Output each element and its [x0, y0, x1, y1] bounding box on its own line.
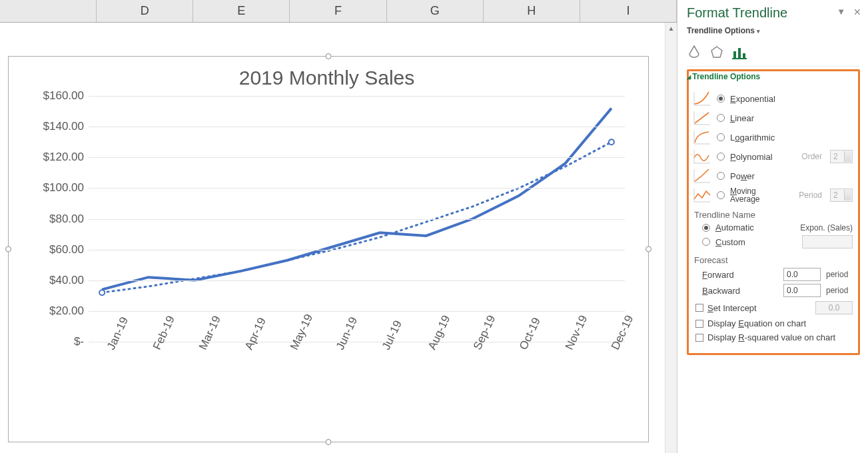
label-linear: Linear	[730, 113, 754, 123]
col-header-f[interactable]: F	[290, 0, 386, 22]
trendline-options-icon[interactable]	[732, 45, 747, 59]
label-logarithmic: Logarithmic	[730, 133, 775, 143]
chart-title[interactable]: 2019 Monthly Sales	[22, 67, 632, 89]
col-header-h[interactable]: H	[484, 0, 580, 22]
trend-endpoint-end	[609, 139, 614, 145]
y-axis-label: $160.00	[25, 89, 84, 103]
y-axis-label: $120.00	[25, 151, 84, 164]
radio-logarithmic[interactable]	[717, 133, 725, 141]
option-polynomial[interactable]: Polynomial Order 2	[693, 149, 853, 165]
linear-icon	[693, 110, 711, 126]
highlighted-options-box: Exponential Linear Logarithmic Polynomia…	[687, 69, 860, 355]
logarithmic-icon	[693, 129, 711, 145]
scroll-up-icon[interactable]: ▲	[666, 23, 677, 34]
name-automatic-row[interactable]: Automatic Expon. (Sales)	[702, 223, 853, 232]
label-exponential: Exponential	[730, 94, 775, 104]
svg-rect-2	[738, 48, 741, 58]
chart-object[interactable]: 2019 Monthly Sales $-$20.00$40.00$60.00$…	[8, 56, 649, 442]
column-headers: D E F G H I	[0, 0, 677, 23]
checkbox-equation[interactable]	[695, 320, 703, 328]
x-axis: Jan-19Feb-19Mar-19Apr-19May-19Jun-19Jul-…	[89, 342, 625, 409]
period-label: Period	[799, 191, 822, 200]
y-axis-label: $60.00	[25, 243, 84, 256]
exponential-icon	[693, 91, 711, 107]
worksheet-area: D E F G H I ▲ 2019 Monthly Sales $-$20.	[0, 0, 677, 453]
checkbox-rsquared[interactable]	[695, 334, 703, 342]
label-power: Power	[730, 171, 755, 181]
resize-handle-right[interactable]	[646, 246, 651, 252]
label-automatic: Automatic	[715, 223, 754, 232]
forecast-forward-row: Forward period	[702, 268, 853, 281]
option-power[interactable]: Power	[693, 168, 853, 184]
y-axis-label: $80.00	[25, 213, 84, 226]
label-equation: Display Equation on chart	[707, 318, 806, 328]
label-set-intercept: Set Intercept	[707, 303, 757, 313]
pane-menu-icon[interactable]: ▼	[837, 7, 845, 17]
display-equation-row[interactable]: Display Equation on chart	[695, 318, 853, 328]
forward-input[interactable]	[783, 268, 821, 281]
label-custom: Custom	[715, 237, 745, 247]
pane-category-icons	[687, 42, 860, 67]
backward-unit: period	[826, 286, 853, 295]
forecast-backward-row: Backward period	[702, 284, 853, 297]
plot-area[interactable]: $-$20.00$40.00$60.00$80.00$100.00$120.00…	[89, 96, 625, 342]
order-spinner[interactable]: 2	[830, 150, 853, 163]
y-axis-label: $20.00	[25, 304, 84, 318]
series-trendline[interactable]	[102, 142, 612, 292]
intercept-input[interactable]	[815, 301, 853, 314]
radio-name-automatic[interactable]	[702, 224, 710, 232]
backward-input[interactable]	[783, 284, 821, 297]
svg-rect-1	[733, 51, 736, 58]
resize-handle-top[interactable]	[326, 53, 332, 59]
radio-polynomial[interactable]	[717, 153, 725, 161]
custom-name-input[interactable]	[802, 235, 853, 248]
display-rsquared-row[interactable]: Display R-squared value on chart	[695, 332, 853, 342]
radio-linear[interactable]	[717, 114, 725, 122]
label-backward: Backward	[702, 286, 740, 296]
col-header-d[interactable]: D	[97, 0, 193, 22]
checkbox-set-intercept[interactable]	[695, 304, 703, 312]
automatic-name-value: Expon. (Sales)	[800, 223, 853, 232]
pane-title: Format Trendline	[687, 5, 860, 21]
y-axis-label: $-	[25, 335, 84, 348]
trendline-name-label: Trendline Name	[694, 210, 853, 220]
col-header-e[interactable]: E	[193, 0, 290, 22]
svg-line-4	[695, 113, 709, 123]
effects-icon[interactable]	[709, 45, 724, 59]
label-polynomial: Polynomial	[730, 152, 773, 162]
option-logarithmic[interactable]: Logarithmic	[693, 129, 853, 145]
resize-handle-bottom[interactable]	[326, 439, 332, 445]
label-forward: Forward	[702, 270, 734, 280]
pane-close-icon[interactable]: ✕	[853, 7, 861, 17]
set-intercept-row[interactable]: Set Intercept	[695, 301, 853, 314]
radio-name-custom[interactable]	[702, 238, 710, 246]
radio-power[interactable]	[717, 172, 725, 180]
y-axis-label: $40.00	[25, 274, 84, 287]
pane-subtitle[interactable]: Trendline Options	[687, 26, 860, 35]
trend-endpoint-start	[99, 290, 105, 295]
vertical-scrollbar[interactable]: ▲	[665, 23, 677, 453]
radio-moving[interactable]	[717, 191, 725, 199]
col-header-g[interactable]: G	[387, 0, 484, 22]
y-axis-label: $100.00	[25, 181, 84, 195]
format-trendline-pane: Format Trendline ▼ ✕ Trendline Options T…	[677, 0, 868, 453]
forward-unit: period	[826, 270, 853, 279]
chart-inner: 2019 Monthly Sales $-$20.00$40.00$60.00$…	[9, 57, 648, 442]
option-linear[interactable]: Linear	[693, 110, 853, 126]
power-icon	[693, 168, 711, 184]
polynomial-icon	[693, 149, 711, 165]
y-axis-label: $140.00	[25, 120, 84, 133]
option-exponential[interactable]: Exponential	[693, 91, 853, 107]
label-moving: MovingAverage	[730, 187, 759, 203]
fill-line-icon[interactable]	[687, 45, 701, 59]
col-header-i[interactable]: I	[580, 0, 677, 22]
order-label: Order	[801, 152, 822, 161]
name-custom-row[interactable]: Custom	[702, 235, 853, 248]
period-spinner[interactable]: 2	[830, 189, 853, 202]
option-moving-average[interactable]: MovingAverage Period 2	[693, 187, 853, 203]
resize-handle-left[interactable]	[5, 246, 11, 252]
col-gutter	[0, 0, 97, 22]
series-sales[interactable]	[102, 108, 612, 289]
label-rsquared: Display R-squared value on chart	[707, 332, 835, 342]
radio-exponential[interactable]	[717, 95, 725, 103]
